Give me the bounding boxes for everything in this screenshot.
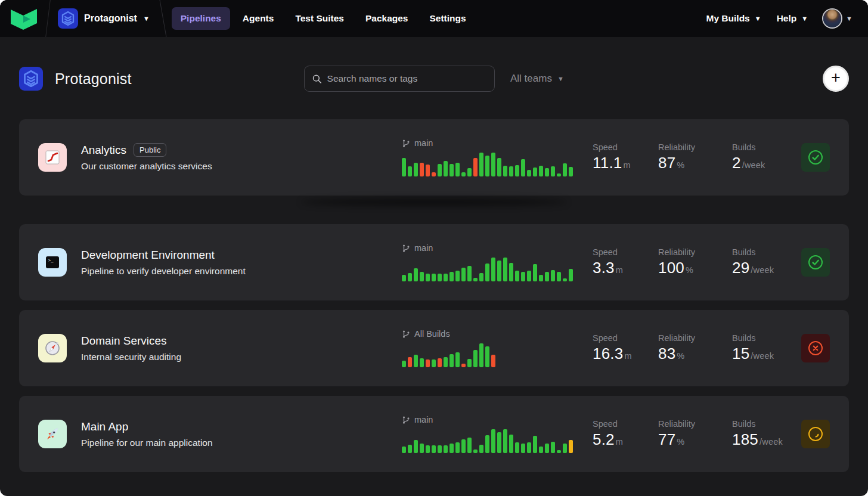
build-bar[interactable] <box>521 159 525 176</box>
build-bar[interactable] <box>461 364 466 367</box>
build-bar[interactable] <box>533 168 537 176</box>
build-bar[interactable] <box>444 274 448 281</box>
build-bar[interactable] <box>503 166 507 176</box>
teams-filter-dropdown[interactable]: All teams ▼ <box>510 73 564 85</box>
build-bar[interactable] <box>438 358 442 367</box>
build-bar[interactable] <box>414 440 418 453</box>
tab-settings[interactable]: Settings <box>420 7 475 30</box>
build-bar[interactable] <box>539 447 543 453</box>
build-bar[interactable] <box>461 268 466 281</box>
build-bar[interactable] <box>557 450 561 453</box>
build-bar[interactable] <box>563 163 567 176</box>
build-bar[interactable] <box>503 429 507 453</box>
build-bar[interactable] <box>467 359 472 367</box>
build-bar[interactable] <box>485 435 489 453</box>
branch-filter[interactable]: main <box>402 243 433 253</box>
build-bar[interactable] <box>414 268 418 281</box>
pipeline-name[interactable]: Main App <box>81 420 128 433</box>
new-pipeline-button[interactable]: + <box>823 66 849 92</box>
build-bar[interactable] <box>402 361 406 367</box>
build-bar[interactable] <box>491 153 495 176</box>
build-bar[interactable] <box>569 167 573 176</box>
search-input[interactable] <box>327 73 486 84</box>
branch-filter[interactable]: All Builds <box>402 329 450 339</box>
build-bar[interactable] <box>455 442 460 453</box>
build-bar[interactable] <box>551 166 555 176</box>
build-bar[interactable] <box>497 158 501 176</box>
build-bar[interactable] <box>521 272 525 281</box>
build-bar[interactable] <box>545 168 549 176</box>
tab-test-suites[interactable]: Test Suites <box>286 7 353 30</box>
build-bar[interactable] <box>563 444 567 453</box>
build-bar[interactable] <box>545 444 549 453</box>
build-bar[interactable] <box>408 357 412 367</box>
build-bar[interactable] <box>450 444 454 453</box>
build-bar[interactable] <box>438 164 442 176</box>
build-bar[interactable] <box>408 166 412 176</box>
build-bar[interactable] <box>444 357 448 367</box>
build-bar[interactable] <box>455 271 460 281</box>
pipeline-name[interactable]: Analytics <box>81 144 126 157</box>
build-bar[interactable] <box>473 158 478 176</box>
build-bar[interactable] <box>497 432 501 453</box>
build-bar[interactable] <box>420 444 424 453</box>
user-avatar[interactable] <box>823 10 841 27</box>
build-bar[interactable] <box>509 166 513 176</box>
build-bar[interactable] <box>414 163 418 176</box>
search-box[interactable] <box>304 66 495 92</box>
build-bar[interactable] <box>479 445 483 453</box>
build-bar[interactable] <box>491 258 495 281</box>
build-bar[interactable] <box>426 359 430 367</box>
build-bar[interactable] <box>420 358 424 367</box>
build-bar[interactable] <box>432 274 436 281</box>
build-bar[interactable] <box>426 445 430 453</box>
build-bar[interactable] <box>515 442 519 453</box>
build-bar[interactable] <box>569 440 573 453</box>
build-bar[interactable] <box>414 355 418 367</box>
build-bar[interactable] <box>402 275 406 281</box>
help-dropdown[interactable]: Help ▼ <box>777 13 808 24</box>
build-bar[interactable] <box>521 444 525 453</box>
build-bar[interactable] <box>491 429 495 453</box>
build-bar[interactable] <box>450 164 454 176</box>
build-bar[interactable] <box>509 263 513 281</box>
tab-packages[interactable]: Packages <box>356 7 417 30</box>
build-bar[interactable] <box>479 273 483 281</box>
build-bar[interactable] <box>533 264 537 281</box>
build-bar[interactable] <box>527 271 531 281</box>
pipeline-card-main-app[interactable]: Main App Pipeline for our main applicati… <box>19 396 849 472</box>
build-bar[interactable] <box>485 264 489 281</box>
build-bar[interactable] <box>402 158 406 176</box>
build-bar[interactable] <box>402 447 406 453</box>
user-menu[interactable]: ▼ <box>823 10 852 27</box>
build-bar[interactable] <box>450 354 454 367</box>
build-bar[interactable] <box>461 439 466 453</box>
build-bar[interactable] <box>455 352 460 367</box>
build-bar[interactable] <box>551 442 555 453</box>
build-bar[interactable] <box>509 435 513 453</box>
build-bar[interactable] <box>569 269 573 281</box>
pipeline-name[interactable]: Development Environment <box>81 249 215 262</box>
build-bar[interactable] <box>515 271 519 281</box>
build-bar[interactable] <box>408 445 412 453</box>
build-bar[interactable] <box>420 163 424 176</box>
build-bar[interactable] <box>438 445 442 453</box>
branch-filter[interactable]: main <box>402 415 433 424</box>
buildkite-logo[interactable] <box>0 0 48 37</box>
pipeline-card-domain-services[interactable]: Domain Services Internal security auditi… <box>19 310 849 386</box>
build-bar[interactable] <box>479 153 483 176</box>
build-bar[interactable] <box>426 165 430 176</box>
build-bar[interactable] <box>432 445 436 453</box>
build-bar[interactable] <box>432 359 436 367</box>
build-bar[interactable] <box>503 258 507 281</box>
build-bar[interactable] <box>485 346 489 367</box>
pipeline-card-development-environment[interactable]: >_ Development Environment Pipeline to v… <box>19 224 849 300</box>
build-bar[interactable] <box>473 350 478 367</box>
build-bar[interactable] <box>497 261 501 281</box>
build-bar[interactable] <box>408 273 412 281</box>
build-bar[interactable] <box>444 161 448 176</box>
build-bar[interactable] <box>557 272 561 281</box>
build-bar[interactable] <box>527 170 531 176</box>
build-bar[interactable] <box>438 274 442 281</box>
build-bar[interactable] <box>539 166 543 176</box>
